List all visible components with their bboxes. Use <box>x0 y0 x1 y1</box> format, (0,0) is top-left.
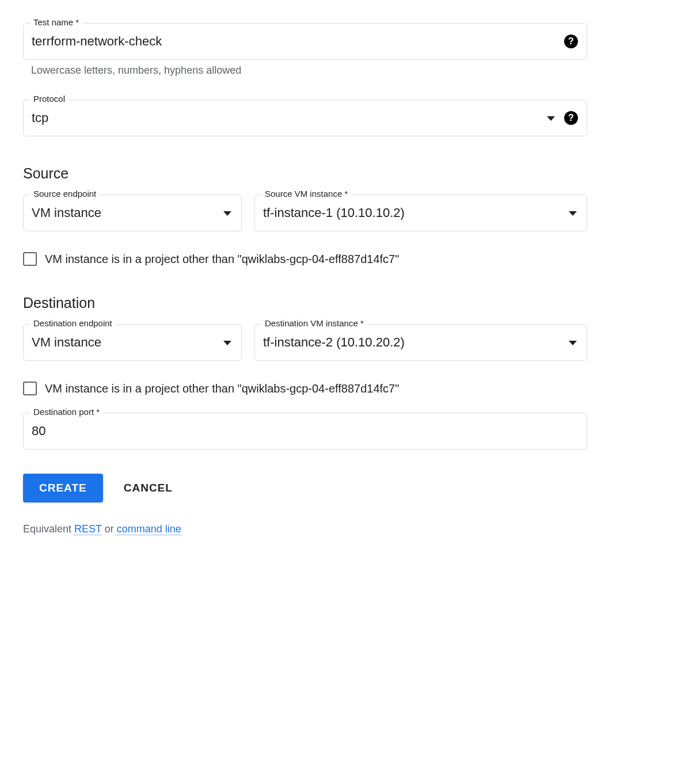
source-endpoint-label: Source endpoint <box>30 189 100 199</box>
button-row: CREATE CANCEL <box>23 474 587 502</box>
destination-vm-wrapper: Destination VM instance * tf-instance-2 … <box>254 324 587 361</box>
source-vm-label: Source VM instance * <box>261 189 351 199</box>
equivalent-or: or <box>102 523 117 535</box>
test-name-helper: Lowercase letters, numbers, hyphens allo… <box>23 64 587 77</box>
destination-port-input[interactable] <box>23 413 587 449</box>
help-icon[interactable]: ? <box>564 35 578 48</box>
source-other-project-row[interactable]: VM instance is in a project other than "… <box>23 252 587 266</box>
help-icon[interactable]: ? <box>564 111 578 125</box>
destination-heading: Destination <box>23 295 587 311</box>
destination-other-project-label[interactable]: VM instance is in a project other than "… <box>45 382 399 395</box>
destination-endpoint-select[interactable]: VM instance <box>23 324 242 361</box>
create-button[interactable]: CREATE <box>23 474 103 502</box>
source-endpoint-select[interactable]: VM instance <box>23 195 242 231</box>
destination-endpoint-wrapper: Destination endpoint VM instance <box>23 324 242 361</box>
destination-row: Destination endpoint VM instance Destina… <box>23 324 587 365</box>
source-row: Source endpoint VM instance Source VM in… <box>23 195 587 236</box>
protocol-select[interactable]: tcp <box>23 100 587 136</box>
equivalent-cmd-link[interactable]: command line <box>117 523 181 535</box>
destination-port-wrapper: Destination port * <box>23 413 587 449</box>
destination-other-project-checkbox[interactable] <box>23 382 37 395</box>
test-name-label: Test name * <box>30 17 82 27</box>
destination-endpoint-label: Destination endpoint <box>30 318 116 328</box>
source-other-project-label[interactable]: VM instance is in a project other than "… <box>45 253 399 266</box>
equivalent-rest-link[interactable]: REST <box>74 523 102 535</box>
source-heading: Source <box>23 165 587 182</box>
source-vm-select[interactable]: tf-instance-1 (10.10.10.2) <box>254 195 587 231</box>
test-name-field-wrapper: Test name * ? <box>23 23 587 60</box>
destination-vm-select[interactable]: tf-instance-2 (10.10.20.2) <box>254 324 587 361</box>
protocol-field-wrapper: Protocol tcp ? <box>23 100 587 136</box>
source-endpoint-wrapper: Source endpoint VM instance <box>23 195 242 231</box>
equivalent-prefix: Equivalent <box>23 523 74 535</box>
connectivity-test-form: Test name * ? Lowercase letters, numbers… <box>23 23 587 535</box>
destination-vm-label: Destination VM instance * <box>261 318 367 328</box>
cancel-button[interactable]: CANCEL <box>124 482 173 494</box>
destination-port-label: Destination port * <box>30 407 103 417</box>
source-other-project-checkbox[interactable] <box>23 252 37 266</box>
destination-other-project-row[interactable]: VM instance is in a project other than "… <box>23 382 587 395</box>
protocol-label: Protocol <box>30 94 69 104</box>
equivalent-row: Equivalent REST or command line <box>23 523 587 535</box>
source-vm-wrapper: Source VM instance * tf-instance-1 (10.1… <box>254 195 587 231</box>
test-name-input[interactable] <box>23 23 587 60</box>
